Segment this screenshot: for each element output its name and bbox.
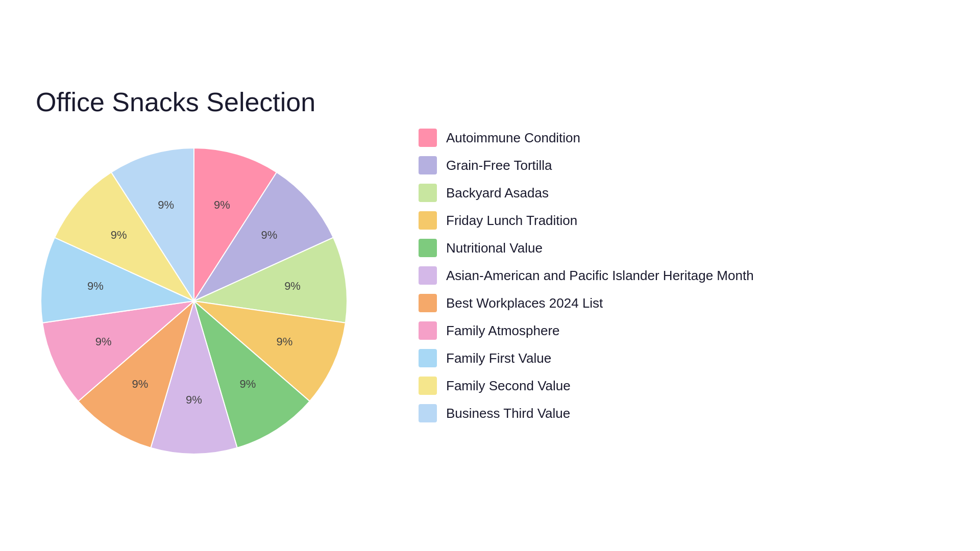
legend-color-1 (419, 156, 437, 174)
pie-chart: 9%9%9%9%9%9%9%9%9%9%9% (31, 138, 357, 464)
slice-label-2: 9% (284, 280, 301, 292)
legend-color-7 (419, 321, 437, 340)
legend-item-2: Backyard Asadas (419, 184, 754, 202)
legend-item-8: Family First Value (419, 349, 754, 367)
slice-label-1: 9% (261, 229, 277, 241)
legend-color-8 (419, 349, 437, 367)
legend-label-10: Business Third Value (446, 406, 570, 421)
legend-color-9 (419, 377, 437, 395)
legend-label-2: Backyard Asadas (446, 185, 549, 201)
slice-label-8: 9% (87, 280, 104, 292)
legend-label-8: Family First Value (446, 350, 551, 366)
legend-label-5: Asian-American and Pacific Islander Heri… (446, 268, 754, 284)
legend: Autoimmune ConditionGrain-Free TortillaB… (419, 129, 754, 422)
legend-color-5 (419, 266, 437, 285)
legend-label-4: Nutritional Value (446, 240, 543, 256)
chart-container: Office Snacks Selection 9%9%9%9%9%9%9%9%… (31, 87, 949, 464)
legend-item-6: Best Workplaces 2024 List (419, 294, 754, 312)
slice-label-3: 9% (276, 335, 292, 348)
legend-color-0 (419, 129, 437, 147)
legend-color-3 (419, 211, 437, 230)
legend-item-9: Family Second Value (419, 377, 754, 395)
legend-label-7: Family Atmosphere (446, 323, 560, 339)
legend-item-4: Nutritional Value (419, 239, 754, 257)
slice-label-6: 9% (132, 378, 149, 390)
left-panel: Office Snacks Selection 9%9%9%9%9%9%9%9%… (31, 87, 357, 464)
slice-label-5: 9% (186, 393, 202, 406)
legend-label-0: Autoimmune Condition (446, 130, 580, 146)
chart-title: Office Snacks Selection (36, 87, 315, 117)
slice-label-0: 9% (214, 198, 230, 211)
legend-label-3: Friday Lunch Tradition (446, 213, 577, 229)
legend-color-2 (419, 184, 437, 202)
legend-item-1: Grain-Free Tortilla (419, 156, 754, 174)
legend-item-0: Autoimmune Condition (419, 129, 754, 147)
legend-label-1: Grain-Free Tortilla (446, 158, 552, 173)
legend-label-6: Best Workplaces 2024 List (446, 295, 603, 311)
legend-item-3: Friday Lunch Tradition (419, 211, 754, 230)
legend-color-4 (419, 239, 437, 257)
legend-item-10: Business Third Value (419, 404, 754, 422)
slice-label-7: 9% (95, 335, 112, 348)
slice-label-10: 9% (158, 198, 174, 211)
legend-item-5: Asian-American and Pacific Islander Heri… (419, 266, 754, 285)
pie-svg: 9%9%9%9%9%9%9%9%9%9%9% (31, 138, 357, 464)
legend-color-6 (419, 294, 437, 312)
slice-label-9: 9% (111, 229, 127, 241)
legend-item-7: Family Atmosphere (419, 321, 754, 340)
slice-label-4: 9% (240, 378, 256, 390)
legend-color-10 (419, 404, 437, 422)
legend-label-9: Family Second Value (446, 378, 571, 394)
